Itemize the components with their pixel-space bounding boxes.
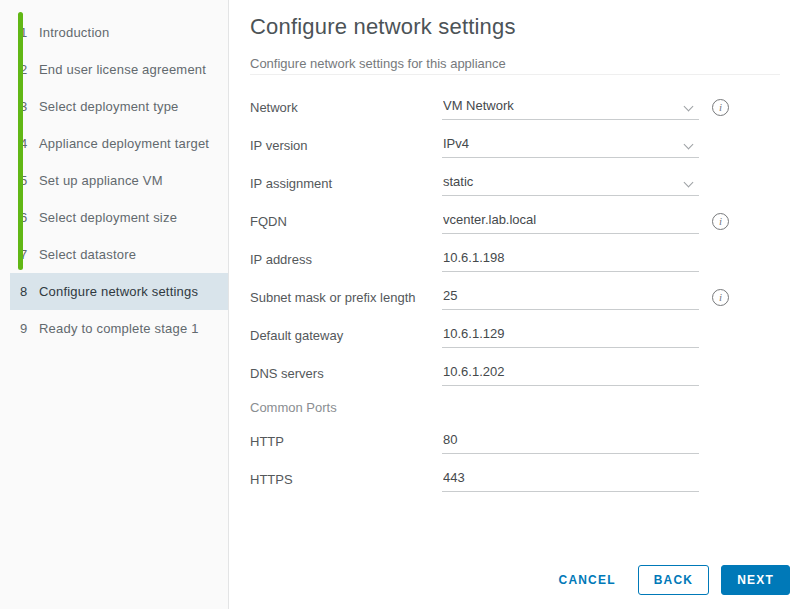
default-gateway-input[interactable] [442, 323, 699, 348]
field-label-subnet-mask-or-prefix-length: Subnet mask or prefix length [250, 290, 442, 305]
step-label: Configure network settings [39, 284, 198, 299]
ip-address-value[interactable] [442, 247, 699, 271]
wizard-steps-sidebar: 1Introduction2End user license agreement… [0, 0, 229, 609]
sidebar-step-configure-network-settings[interactable]: 8Configure network settings [10, 273, 228, 310]
step-number: 8 [20, 284, 30, 299]
form-row-https: HTTPS [250, 460, 780, 498]
field-label-https: HTTPS [250, 472, 442, 487]
field-label-network: Network [250, 100, 442, 115]
default-gateway-value[interactable] [442, 323, 699, 347]
step-label: Select datastore [39, 247, 136, 262]
field-label-fqdn: FQDN [250, 214, 442, 229]
fqdn-input[interactable] [442, 209, 699, 234]
progress-bar [18, 12, 23, 270]
step-number: 9 [20, 321, 30, 336]
network-value[interactable] [442, 95, 699, 119]
fqdn-value[interactable] [442, 209, 699, 233]
field-label-default-gateway: Default gateway [250, 328, 442, 343]
info-icon[interactable]: i [712, 99, 729, 116]
page-subtitle: Configure network settings for this appl… [250, 56, 780, 71]
field-label-ip-address: IP address [250, 252, 442, 267]
chevron-down-icon [685, 141, 693, 149]
step-label: Appliance deployment target [39, 136, 209, 151]
ip-address-input[interactable] [442, 247, 699, 272]
form-row-http: HTTP [250, 422, 780, 460]
subnet-mask-or-prefix-length-value[interactable] [442, 285, 699, 309]
sidebar-step-end-user-license-agreement[interactable]: 2End user license agreement [10, 51, 228, 88]
ip-version-value[interactable] [442, 133, 699, 157]
step-label: End user license agreement [39, 62, 206, 77]
step-label: Introduction [39, 25, 109, 40]
sidebar-step-select-deployment-type[interactable]: 3Select deployment type [10, 88, 228, 125]
ip-version-select[interactable] [442, 133, 699, 158]
next-button[interactable]: NEXT [721, 565, 790, 595]
cancel-button[interactable]: CANCEL [549, 566, 626, 594]
network-select[interactable] [442, 95, 699, 120]
field-label-ip-assignment: IP assignment [250, 176, 442, 191]
subnet-mask-or-prefix-length-input[interactable] [442, 285, 699, 310]
content-panel: Configure network settings Configure net… [229, 0, 800, 609]
sidebar-step-appliance-deployment-target[interactable]: 4Appliance deployment target [10, 125, 228, 162]
ip-assignment-value[interactable] [442, 171, 699, 195]
step-label: Ready to complete stage 1 [39, 321, 199, 336]
step-label: Select deployment type [39, 99, 179, 114]
field-label-ip-version: IP version [250, 138, 442, 153]
back-button[interactable]: BACK [638, 565, 709, 595]
sidebar-step-introduction[interactable]: 1Introduction [10, 14, 228, 51]
form-row-ip-assignment: IP assignment [250, 164, 780, 202]
form-row-dns-servers: DNS servers [250, 354, 780, 392]
sidebar-step-set-up-appliance-vm[interactable]: 5Set up appliance VM [10, 162, 228, 199]
chevron-down-icon [685, 103, 693, 111]
form-row-ip-address: IP address [250, 240, 780, 278]
step-label: Select deployment size [39, 210, 177, 225]
chevron-down-icon [685, 179, 693, 187]
ip-assignment-select[interactable] [442, 171, 699, 196]
http-value[interactable] [442, 429, 699, 453]
dns-servers-value[interactable] [442, 361, 699, 385]
footer-actions: CANCEL BACK NEXT [549, 565, 790, 595]
form-row-subnet-mask-or-prefix-length: Subnet mask or prefix lengthi [250, 278, 780, 316]
wizard-steps-list: 1Introduction2End user license agreement… [0, 14, 228, 347]
form-row-fqdn: FQDNi [250, 202, 780, 240]
network-settings-form: NetworkiIP versionIP assignmentFQDNiIP a… [250, 88, 780, 498]
step-label: Set up appliance VM [39, 173, 163, 188]
installer-window: 1Introduction2End user license agreement… [0, 0, 800, 609]
sidebar-step-select-datastore[interactable]: 7Select datastore [10, 236, 228, 273]
form-row-default-gateway: Default gateway [250, 316, 780, 354]
form-row-network: Networki [250, 88, 780, 126]
dns-servers-input[interactable] [442, 361, 699, 386]
sidebar-step-ready-to-complete-stage-1[interactable]: 9Ready to complete stage 1 [10, 310, 228, 347]
field-label-dns-servers: DNS servers [250, 366, 442, 381]
https-input[interactable] [442, 467, 699, 492]
info-icon[interactable]: i [712, 213, 729, 230]
page-title: Configure network settings [250, 14, 780, 40]
form-row-ip-version: IP version [250, 126, 780, 164]
section-label-common-ports: Common Ports [250, 392, 780, 422]
sidebar-step-select-deployment-size[interactable]: 6Select deployment size [10, 199, 228, 236]
header-divider [250, 74, 780, 75]
field-label-http: HTTP [250, 434, 442, 449]
http-input[interactable] [442, 429, 699, 454]
info-icon[interactable]: i [712, 289, 729, 306]
https-value[interactable] [442, 467, 699, 491]
